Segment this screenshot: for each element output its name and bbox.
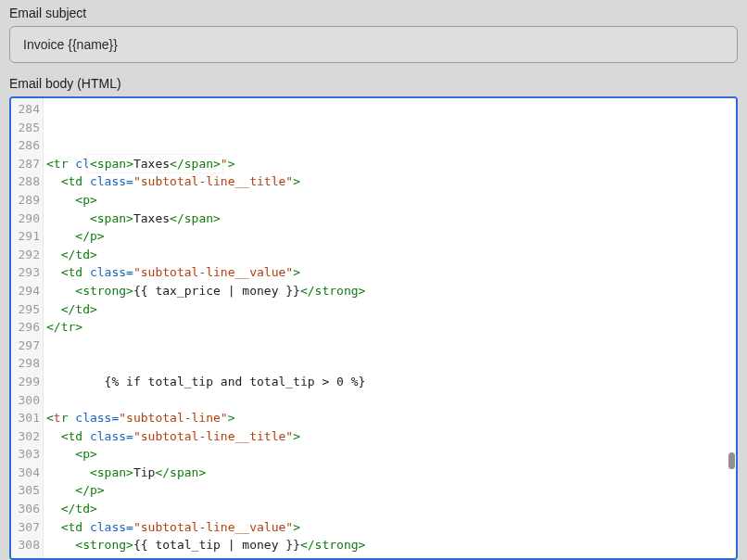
code-line[interactable]: <span>Taxes</span> (46, 210, 736, 228)
code-line[interactable]: <td class="subtotal-line__title"> (46, 427, 736, 446)
code-line[interactable]: <td class="subtotal-line__value"> (46, 518, 736, 537)
code-line[interactable]: <p> (46, 191, 736, 210)
code-line[interactable]: </p> (46, 227, 736, 246)
code-line[interactable]: <strong>{{ tax_price | money }}</strong> (46, 282, 736, 300)
code-line[interactable]: <tr class="subtotal-line"> (46, 409, 736, 427)
code-line[interactable]: </td> (46, 246, 736, 264)
code-line[interactable]: </td> (46, 500, 736, 518)
line-number-gutter: 2842852862872882892902912922932942952962… (11, 98, 44, 558)
email-body-code-editor[interactable]: 2842852862872882892902912922932942952962… (9, 96, 738, 560)
vertical-scrollbar-thumb[interactable] (728, 452, 735, 469)
code-line[interactable] (46, 337, 736, 355)
code-line[interactable]: <td class="subtotal-line__title"> (46, 172, 736, 191)
code-line[interactable]: <td class="subtotal-line__value"> (46, 263, 736, 282)
code-line[interactable]: </td> (46, 554, 736, 558)
code-line[interactable] (46, 354, 736, 373)
code-line[interactable]: </td> (46, 300, 736, 319)
subject-input[interactable] (9, 26, 738, 63)
code-line[interactable]: </p> (46, 481, 736, 500)
body-label: Email body (HTML) (9, 76, 738, 91)
code-line[interactable]: {% if total_tip and total_tip > 0 %} (46, 373, 736, 391)
code-content[interactable]: <span>Taxes</span> <tr class="subtotal-l… (44, 98, 736, 558)
code-line[interactable]: <strong>{{ total_tip | money }}</strong> (46, 536, 736, 554)
code-line[interactable]: <p> (46, 445, 736, 464)
code-line[interactable] (46, 391, 736, 410)
code-line[interactable]: </tr> (46, 318, 736, 337)
search-highlight: <span>Taxes</span> (88, 155, 222, 172)
code-line[interactable]: <span>Tip</span> (46, 464, 736, 482)
subject-label: Email subject (9, 6, 738, 20)
